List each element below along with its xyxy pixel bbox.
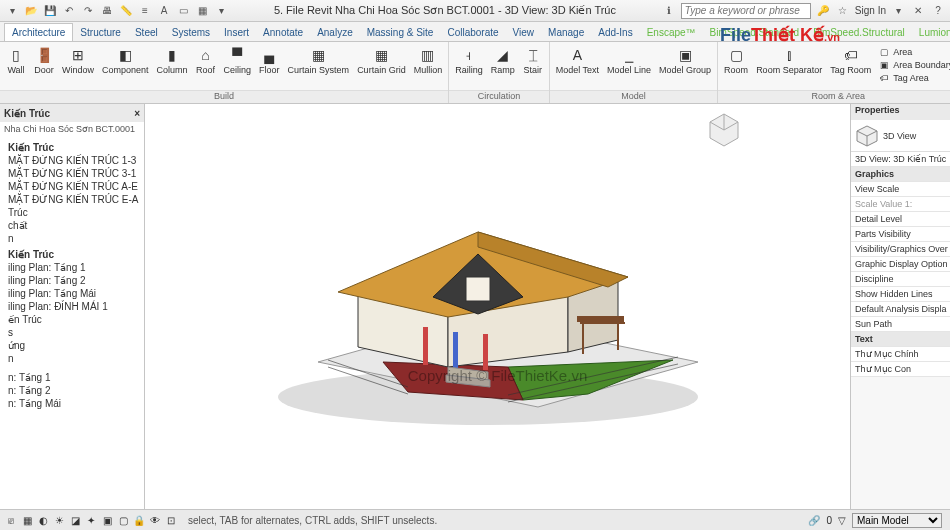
workset-select[interactable]: Main Model [852,513,942,528]
prop-row[interactable]: Visibility/Graphics Over [851,242,950,257]
properties-selector[interactable]: 3D View: 3D Kiến Trúc [851,152,950,167]
wall-button[interactable]: ▯Wall [3,44,29,76]
tab-structure[interactable]: Structure [73,24,128,41]
ceiling-button[interactable]: ▀Ceiling [221,44,255,76]
key-icon[interactable]: 🔑 [815,3,831,19]
tree-node[interactable]: n [2,352,142,365]
prop-row[interactable]: Sun Path [851,317,950,332]
shadow-icon[interactable]: ◪ [68,513,82,527]
tree-node[interactable]: iling Plan: ĐỈNH MÁI 1 [2,300,142,313]
model-line-button[interactable]: ⎯Model Line [604,44,654,76]
chevron-down-icon[interactable]: ▾ [890,3,906,19]
tag-room-button[interactable]: 🏷Tag Room [827,44,874,76]
tab-enscape[interactable]: Enscape™ [640,24,703,41]
measure-icon[interactable]: 📏 [118,3,134,19]
tab-collaborate[interactable]: Collaborate [440,24,505,41]
tab-analyze[interactable]: Analyze [310,24,360,41]
tree-node[interactable]: n [2,232,142,245]
tree-node[interactable]: iling Plan: Tầng Mái [2,287,142,300]
detail-icon[interactable]: ▦ [20,513,34,527]
tree-node[interactable]: MẶT ĐỨNG KIẾN TRÚC 3-1 [2,167,142,180]
tree-node[interactable]: n: Tầng 1 [2,371,142,384]
room-button[interactable]: ▢Room [721,44,751,76]
search-input[interactable] [681,3,811,19]
door-button[interactable]: 🚪Door [31,44,57,76]
lock-icon[interactable]: 🔒 [132,513,146,527]
tab-insert[interactable]: Insert [217,24,256,41]
scale-icon[interactable]: ⎚ [4,513,18,527]
app-menu-icon[interactable]: ▾ [4,3,20,19]
window-button[interactable]: ⊞Window [59,44,97,76]
tree-node[interactable]: MẶT ĐỨNG KIẾN TRÚC A-E [2,180,142,193]
tab-systems[interactable]: Systems [165,24,217,41]
reveal-icon[interactable]: ⊡ [164,513,178,527]
tab-manage[interactable]: Manage [541,24,591,41]
prop-row[interactable]: Thư Mục Chính [851,347,950,362]
tab-architecture[interactable]: Architecture [4,23,73,41]
tree-node[interactable]: MẶT ĐỨNG KIẾN TRÚC 1-3 [2,154,142,167]
floor-button[interactable]: ▄Floor [256,44,283,76]
prop-row[interactable]: View Scale [851,182,950,197]
close-icon[interactable]: × [134,108,140,119]
area-boundary-button[interactable]: ▣Area Boundary [878,59,950,71]
tree-node[interactable]: iling Plan: Tầng 1 [2,261,142,274]
tree-group[interactable]: Kiến Trúc [2,248,142,261]
star-icon[interactable]: ☆ [835,3,851,19]
mullion-button[interactable]: ▥Mullion [411,44,446,76]
tree-node[interactable]: ứng [2,339,142,352]
prop-row[interactable]: Detail Level [851,212,950,227]
3d-viewport[interactable]: FileThiết Kế.vn [145,104,850,509]
temp-hide-icon[interactable]: 👁 [148,513,162,527]
filter-icon[interactable]: ▽ [838,515,846,526]
tree-node[interactable]: n: Tầng Mái [2,397,142,410]
prop-row[interactable]: Parts Visibility [851,227,950,242]
tree-node[interactable]: n: Tầng 2 [2,384,142,397]
prop-row[interactable]: Discipline [851,272,950,287]
link-icon[interactable]: 🔗 [808,515,820,526]
help-icon[interactable]: ? [930,3,946,19]
column-button[interactable]: ▮Column [154,44,191,76]
properties-type[interactable]: 3D View [851,120,950,152]
tree-node[interactable]: Trúc [2,206,142,219]
curtain-grid-button[interactable]: ▦Curtain Grid [354,44,409,76]
tab-massing[interactable]: Massing & Site [360,24,441,41]
exchange-icon[interactable]: ✕ [910,3,926,19]
railing-button[interactable]: ⫞Railing [452,44,486,76]
tab-lumion[interactable]: Lumion [912,24,950,41]
tree-node[interactable]: chất [2,219,142,232]
model-text-button[interactable]: AModel Text [553,44,602,76]
align-icon[interactable]: ≡ [137,3,153,19]
crop-region-icon[interactable]: ▢ [116,513,130,527]
model-group-button[interactable]: ▣Model Group [656,44,714,76]
open-icon[interactable]: 📂 [23,3,39,19]
save-icon[interactable]: 💾 [42,3,58,19]
switch-window-icon[interactable]: ▾ [213,3,229,19]
stair-button[interactable]: ⌶Stair [520,44,546,76]
curtain-system-button[interactable]: ▦Curtain System [285,44,353,76]
crop-icon[interactable]: ▣ [100,513,114,527]
prop-row[interactable]: Thư Mục Con [851,362,950,377]
tree-node[interactable]: ến Trúc [2,313,142,326]
component-button[interactable]: ◧Component [99,44,152,76]
redo-icon[interactable]: ↷ [80,3,96,19]
tree-node[interactable]: iling Plan: Tầng 2 [2,274,142,287]
sun-icon[interactable]: ☀ [52,513,66,527]
tab-addins[interactable]: Add-Ins [591,24,639,41]
area-button[interactable]: ▢Area [878,46,950,58]
signin-link[interactable]: Sign In [855,5,886,16]
tree-group[interactable]: Kiến Trúc [2,141,142,154]
undo-icon[interactable]: ↶ [61,3,77,19]
prop-row[interactable]: Show Hidden Lines [851,287,950,302]
ramp-button[interactable]: ◢Ramp [488,44,518,76]
room-separator-button[interactable]: ⫿Room Separator [753,44,825,76]
prop-row[interactable]: Default Analysis Displa [851,302,950,317]
thin-lines-icon[interactable]: ▭ [175,3,191,19]
tag-area-button[interactable]: 🏷Tag Area [878,72,950,84]
visual-style-icon[interactable]: ◐ [36,513,50,527]
text-icon[interactable]: A [156,3,172,19]
prop-row[interactable]: Graphic Display Option [851,257,950,272]
roof-button[interactable]: ⌂Roof [193,44,219,76]
tree-node[interactable]: s [2,326,142,339]
tree-node[interactable]: MẶT ĐỨNG KIẾN TRÚC E-A [2,193,142,206]
close-hidden-icon[interactable]: ▦ [194,3,210,19]
